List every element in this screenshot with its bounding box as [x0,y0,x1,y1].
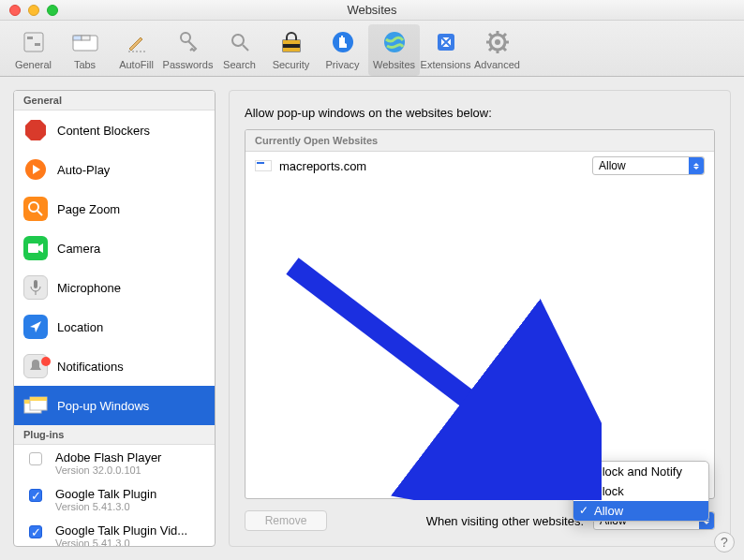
menu-item-allow[interactable]: Allow [573,501,708,521]
plugin-checkbox[interactable]: ✓ [29,489,42,502]
switches-icon [20,28,48,56]
plugin-item-flash[interactable]: Adobe Flash Player Version 32.0.0.101 [14,445,215,481]
plugin-version: Version 32.0.0.101 [55,464,161,476]
plugin-checkbox[interactable]: ✓ [29,525,42,538]
tab-label: AutoFill [119,59,154,70]
tabs-icon [71,28,99,56]
svg-line-31 [37,211,42,215]
svg-line-9 [243,45,248,51]
svg-point-8 [232,35,244,46]
detail-panel: Allow pop-up windows on the websites bel… [229,90,731,547]
table-header: Currently Open Websites [246,130,714,152]
tab-label: General [15,59,52,70]
sidebar-item-content-blockers[interactable]: Content Blockers [14,111,215,150]
play-icon [23,157,48,182]
tab-label: Security [273,59,310,70]
favicon-icon [255,160,272,171]
svg-rect-12 [283,44,300,48]
sidebar-item-label: Page Zoom [57,202,120,216]
panel-title: Allow pop-up windows on the websites bel… [245,106,715,120]
sidebar-item-label: Auto-Play [57,163,110,177]
sidebar-item-popup-windows[interactable]: Pop-up Windows [14,386,215,425]
menu-label: Block [594,484,624,498]
svg-line-24 [503,48,506,51]
sidebar-item-label: Notifications [57,360,124,374]
tab-advanced[interactable]: Advanced [471,24,523,76]
sidebar-header-general: General [14,91,215,111]
window-title: Websites [0,3,744,17]
site-name: macreports.com [279,159,585,173]
sidebar-item-autoplay[interactable]: Auto-Play [14,150,215,189]
tab-tabs[interactable]: Tabs [59,24,111,76]
search-icon [226,28,254,56]
svg-rect-5 [82,36,90,40]
svg-rect-32 [28,243,38,253]
svg-line-23 [489,34,492,37]
row-setting-select[interactable]: Allow [592,156,705,175]
sidebar-item-label: Pop-up Windows [57,399,149,413]
websites-table: Currently Open Websites macreports.com A… [245,129,715,499]
tab-label: Advanced [474,59,520,70]
tab-label: Extensions [421,59,471,70]
tab-extensions[interactable]: Extensions [420,24,471,76]
tab-label: Passwords [163,59,214,70]
svg-marker-36 [30,321,41,332]
sidebar-item-microphone[interactable]: Microphone [14,268,215,307]
puzzle-icon [432,28,460,56]
microphone-icon [23,275,48,300]
sidebar-item-camera[interactable]: Camera [14,228,215,268]
titlebar: Websites [0,0,744,21]
svg-point-15 [384,32,405,52]
svg-point-18 [495,39,500,45]
remove-button[interactable]: Remove [245,510,327,531]
svg-line-25 [503,34,506,37]
tab-autofill[interactable]: AutoFill [111,24,162,76]
svg-rect-4 [73,36,82,40]
svg-marker-33 [38,243,43,253]
menu-item-block-notify[interactable]: Block and Notify [573,462,708,481]
tab-general[interactable]: General [7,24,59,76]
hand-icon [329,28,357,56]
svg-rect-2 [35,43,40,46]
tab-passwords[interactable]: Passwords [162,24,214,76]
sidebar-item-notifications[interactable]: Notifications [14,346,215,386]
tab-label: Search [223,59,256,70]
svg-marker-27 [25,120,46,140]
sidebar-item-location[interactable]: Location [14,307,215,346]
plugin-item-google-talk[interactable]: ✓ Google Talk Plugin Version 5.41.3.0 [14,481,215,518]
sidebar: General Content Blockers Auto-Play Page … [13,90,216,547]
menu-label: Block and Notify [594,464,682,479]
plugin-item-google-talk-vid[interactable]: ✓ Google Talk Plugin Vid... Version 5.41… [14,518,215,547]
help-button[interactable]: ? [714,532,735,553]
sidebar-item-label: Microphone [57,281,121,295]
tab-privacy[interactable]: Privacy [317,24,368,76]
plugin-checkbox[interactable] [29,452,42,465]
button-label: Remove [265,514,307,527]
preferences-toolbar: General Tabs AutoFill Passwords Search S… [0,21,744,77]
key-icon [174,28,202,56]
svg-rect-40 [30,397,47,401]
sidebar-item-page-zoom[interactable]: Page Zoom [14,189,215,228]
svg-rect-11 [283,40,300,44]
zoom-icon [23,197,48,221]
sidebar-item-label: Camera [57,242,100,256]
lock-striped-icon [277,28,305,56]
tab-security[interactable]: Security [265,24,317,76]
gear-icon [484,28,512,56]
bell-icon [23,354,48,378]
tab-search[interactable]: Search [214,24,265,76]
table-row[interactable]: macreports.com Allow [246,152,714,180]
tab-websites[interactable]: Websites [368,24,420,76]
setting-dropdown-menu: Block and Notify Block Allow [573,461,709,522]
chevron-up-down-icon [689,157,704,174]
camera-icon [23,236,48,260]
menu-label: Allow [594,504,623,518]
footer-label: When visiting other websites: [426,514,584,528]
tab-label: Tabs [74,59,96,70]
menu-item-block[interactable]: Block [573,481,708,501]
sidebar-header-plugins: Plug-ins [14,425,215,445]
sidebar-item-label: Content Blockers [57,124,150,138]
tab-label: Privacy [325,59,359,70]
svg-line-26 [489,48,492,51]
svg-rect-1 [27,37,33,39]
